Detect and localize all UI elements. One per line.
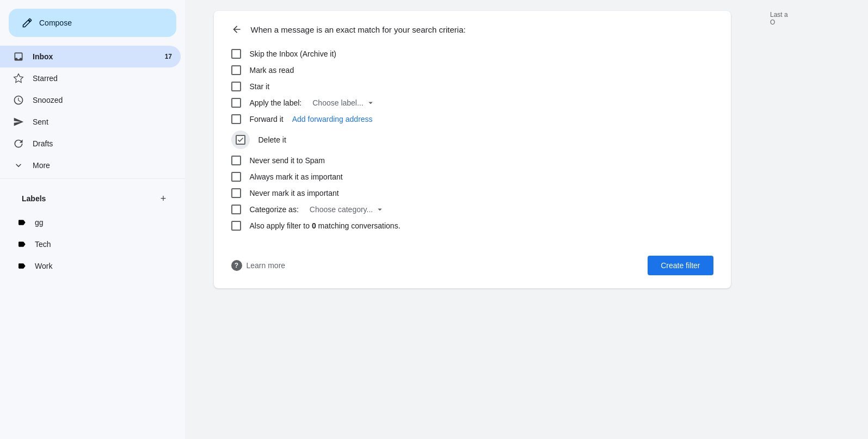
checkbox-mark-read[interactable] <box>231 65 241 75</box>
inbox-count: 17 <box>165 53 172 60</box>
label-gg-text: gg <box>35 218 44 227</box>
categorize-text: Categorize as: <box>250 205 299 214</box>
category-dropdown-button[interactable]: Choose category... <box>307 205 387 214</box>
labels-title: Labels <box>22 194 46 203</box>
always-important-label: Always mark it as important <box>250 172 343 181</box>
never-important-label: Never mark it as important <box>250 189 339 197</box>
label-work-text: Work <box>35 262 52 270</box>
checkbox-always-important[interactable] <box>231 172 241 182</box>
learn-more-link[interactable]: ? Learn more <box>231 260 286 271</box>
labels-header: Labels + <box>9 186 176 212</box>
create-filter-button[interactable]: Create filter <box>648 256 713 275</box>
forward-it-label: Forward it <box>250 115 284 123</box>
label-item-work[interactable]: Work <box>4 255 176 277</box>
sidebar-item-snoozed[interactable]: Snoozed <box>0 89 181 111</box>
star-it-label: Star it <box>250 82 270 91</box>
label-tech-icon <box>17 240 26 249</box>
label-dropdown-placeholder: Choose label... <box>312 98 363 107</box>
filter-option-star-it: Star it <box>231 78 713 95</box>
filter-option-always-important: Always mark it as important <box>231 169 713 185</box>
checkbox-never-spam[interactable] <box>231 156 241 165</box>
dropdown-chevron-icon <box>366 98 375 108</box>
drafts-icon <box>13 138 24 149</box>
snoozed-icon <box>13 95 24 106</box>
compose-icon <box>22 17 33 28</box>
filter-option-forward-it: Forward it Add forwarding address <box>231 111 713 127</box>
help-icon: ? <box>231 260 242 271</box>
right-panel: Last a O <box>759 0 868 439</box>
compose-button[interactable]: Compose <box>9 9 176 37</box>
label-gg-icon <box>17 218 26 227</box>
back-arrow-icon <box>231 24 242 35</box>
inbox-label: Inbox <box>33 52 156 61</box>
filter-option-categorize: Categorize as: Choose category... <box>231 201 713 218</box>
filter-header: When a message is an exact match for you… <box>231 24 713 35</box>
label-tech-text: Tech <box>35 240 51 249</box>
category-dropdown-placeholder: Choose category... <box>310 205 373 214</box>
checkbox-delete-it-inner <box>236 135 245 145</box>
learn-more-text: Learn more <box>247 261 286 270</box>
delete-it-label: Delete it <box>258 135 286 144</box>
main-content: When a message is an exact match for you… <box>185 0 759 439</box>
right-panel-line1: Last a <box>770 11 788 18</box>
checkbox-forward-it[interactable] <box>231 114 241 124</box>
sent-icon <box>13 116 24 127</box>
mark-read-label: Mark as read <box>250 66 294 75</box>
checkbox-skip-inbox[interactable] <box>231 49 241 59</box>
skip-inbox-label: Skip the Inbox (Archive it) <box>250 50 337 58</box>
checkbox-also-apply[interactable] <box>231 221 241 231</box>
sidebar-item-drafts[interactable]: Drafts <box>0 133 181 154</box>
label-item-tech[interactable]: Tech <box>4 233 176 255</box>
sidebar-item-sent[interactable]: Sent <box>0 111 181 133</box>
checkbox-star-it[interactable] <box>231 82 241 91</box>
filter-dialog-title: When a message is an exact match for you… <box>251 25 466 34</box>
sidebar-item-more[interactable]: More <box>0 154 181 176</box>
checkmark-icon <box>237 136 244 144</box>
label-dropdown-button[interactable]: Choose label... <box>310 98 377 108</box>
checkbox-circle-delete-it[interactable] <box>231 131 250 149</box>
sidebar: Compose Inbox 17 Starred Snoozed Sent Dr… <box>0 0 185 439</box>
compose-label: Compose <box>39 18 72 27</box>
filter-dialog: When a message is an exact match for you… <box>214 11 731 288</box>
filter-option-apply-label: Apply the label: Choose label... <box>231 95 713 111</box>
filter-option-delete-it: Delete it <box>231 127 713 152</box>
apply-label-text: Apply the label: <box>250 98 302 107</box>
sent-label: Sent <box>33 118 172 126</box>
also-apply-label: Also apply filter to 0 matching conversa… <box>250 221 401 230</box>
checkbox-apply-label[interactable] <box>231 98 241 108</box>
category-chevron-icon <box>375 205 385 214</box>
filter-option-skip-inbox: Skip the Inbox (Archive it) <box>231 46 713 62</box>
starred-label: Starred <box>33 74 172 83</box>
add-forwarding-address-link[interactable]: Add forwarding address <box>292 115 373 123</box>
filter-footer: ? Learn more Create filter <box>231 247 713 275</box>
filter-option-also-apply: Also apply filter to 0 matching conversa… <box>231 218 713 234</box>
filter-option-never-important: Never mark it as important <box>231 185 713 201</box>
labels-section: Labels + gg Tech Work <box>0 186 185 277</box>
sidebar-item-inbox[interactable]: Inbox 17 <box>0 46 181 67</box>
starred-icon <box>13 73 24 84</box>
more-chevron-icon <box>13 160 24 171</box>
drafts-label: Drafts <box>33 139 172 148</box>
right-panel-line2: O <box>770 18 775 26</box>
more-label: More <box>33 161 172 170</box>
add-label-button[interactable]: + <box>155 190 172 207</box>
back-button[interactable] <box>231 24 242 35</box>
never-spam-label: Never send it to Spam <box>250 156 325 165</box>
filter-option-never-spam: Never send it to Spam <box>231 152 713 169</box>
sidebar-item-starred[interactable]: Starred <box>0 67 181 89</box>
checkbox-never-important[interactable] <box>231 188 241 198</box>
svg-marker-0 <box>14 74 23 83</box>
filter-option-mark-read: Mark as read <box>231 62 713 78</box>
snoozed-label: Snoozed <box>33 96 172 104</box>
inbox-icon <box>13 51 24 62</box>
label-work-icon <box>17 262 26 270</box>
checkbox-categorize[interactable] <box>231 205 241 214</box>
label-item-gg[interactable]: gg <box>4 212 176 233</box>
